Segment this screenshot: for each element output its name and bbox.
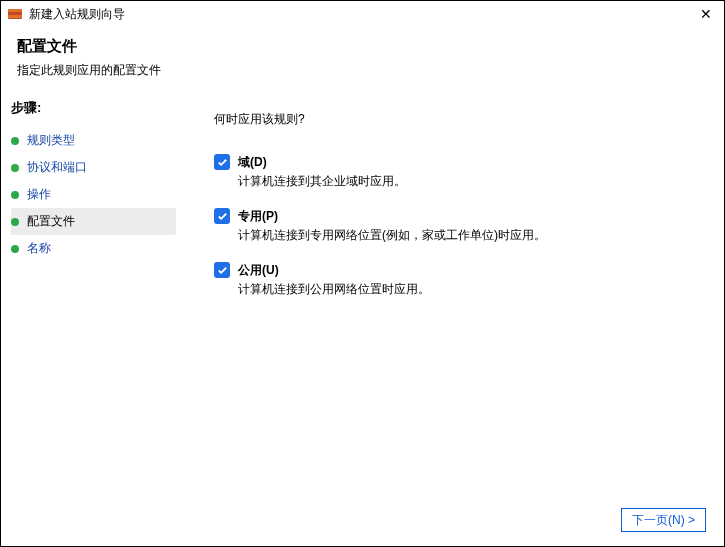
option-public: 公用(U) 计算机连接到公用网络位置时应用。 xyxy=(214,262,702,298)
page-title: 配置文件 xyxy=(17,37,708,56)
content: 何时应用该规则? 域(D) 计算机连接到其企业域时应用。 专用(P) 计算机连接… xyxy=(186,91,724,546)
option-private: 专用(P) 计算机连接到专用网络位置(例如，家或工作单位)时应用。 xyxy=(214,208,702,244)
firewall-icon xyxy=(7,6,23,22)
titlebar: 新建入站规则向导 ✕ xyxy=(1,1,724,27)
step-protocol-port[interactable]: 协议和端口 xyxy=(11,154,176,181)
bullet-icon xyxy=(11,191,19,199)
option-desc: 计算机连接到公用网络位置时应用。 xyxy=(238,281,430,298)
option-label: 域(D) xyxy=(238,154,406,171)
svg-rect-2 xyxy=(8,15,22,18)
checkbox-private[interactable] xyxy=(214,208,230,224)
option-domain: 域(D) 计算机连接到其企业域时应用。 xyxy=(214,154,702,190)
step-profile[interactable]: 配置文件 xyxy=(11,208,176,235)
checkbox-domain[interactable] xyxy=(214,154,230,170)
svg-rect-1 xyxy=(8,9,22,12)
question: 何时应用该规则? xyxy=(214,111,702,128)
step-rule-type[interactable]: 规则类型 xyxy=(11,127,176,154)
step-label: 规则类型 xyxy=(27,132,75,149)
checkbox-public[interactable] xyxy=(214,262,230,278)
close-button[interactable]: ✕ xyxy=(694,6,718,22)
option-desc: 计算机连接到专用网络位置(例如，家或工作单位)时应用。 xyxy=(238,227,546,244)
option-label: 专用(P) xyxy=(238,208,546,225)
wizard-window: 新建入站规则向导 ✕ 配置文件 指定此规则应用的配置文件 步骤: 规则类型 协议… xyxy=(0,0,725,547)
option-desc: 计算机连接到其企业域时应用。 xyxy=(238,173,406,190)
step-label: 配置文件 xyxy=(27,213,75,230)
bullet-icon xyxy=(11,164,19,172)
body: 步骤: 规则类型 协议和端口 操作 配置文件 名称 何时应用该规则? 域(D) … xyxy=(1,91,724,546)
bullet-icon xyxy=(11,218,19,226)
step-name[interactable]: 名称 xyxy=(11,235,176,262)
sidebar: 步骤: 规则类型 协议和端口 操作 配置文件 名称 xyxy=(1,91,186,546)
next-button[interactable]: 下一页(N) > xyxy=(621,508,706,532)
sidebar-heading: 步骤: xyxy=(11,99,176,117)
page-subtitle: 指定此规则应用的配置文件 xyxy=(17,62,708,79)
footer: 下一页(N) > xyxy=(621,508,706,532)
step-label: 操作 xyxy=(27,186,51,203)
header: 配置文件 指定此规则应用的配置文件 xyxy=(1,27,724,91)
window-title: 新建入站规则向导 xyxy=(29,6,694,23)
step-action[interactable]: 操作 xyxy=(11,181,176,208)
step-label: 协议和端口 xyxy=(27,159,87,176)
step-label: 名称 xyxy=(27,240,51,257)
bullet-icon xyxy=(11,245,19,253)
bullet-icon xyxy=(11,137,19,145)
option-label: 公用(U) xyxy=(238,262,430,279)
